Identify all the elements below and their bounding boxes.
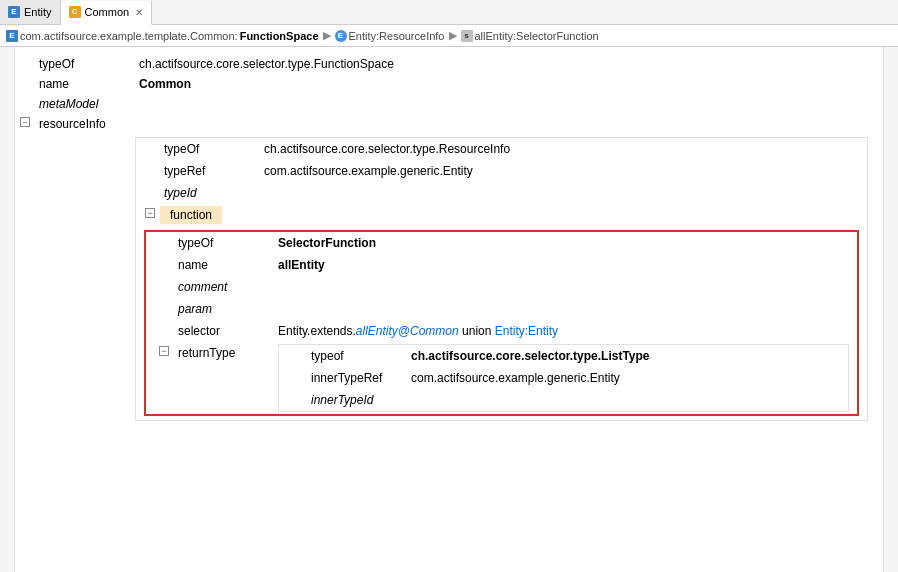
rt-prop-innertyperef: innerTypeRef com.actifsource.example.gen… — [279, 367, 848, 389]
collapse-icon-resourceinfo[interactable]: − — [20, 117, 30, 127]
close-icon[interactable]: ✕ — [135, 7, 143, 18]
fn-value-param — [274, 300, 849, 304]
ri-prop-typeref: typeRef com.actifsource.example.generic.… — [136, 160, 867, 182]
ri-key-typeof: typeOf — [160, 140, 260, 158]
tab-bar: E Entity C Common ✕ — [0, 0, 898, 25]
breadcrumb-main-icon: E — [6, 30, 18, 42]
breadcrumb-sep-1: ▶ — [323, 29, 331, 42]
editor-area: typeOf ch.actifsource.core.selector.type… — [15, 47, 883, 572]
ri-value-typeref: com.actifsource.example.generic.Entity — [260, 162, 863, 180]
fn-key-comment: comment — [174, 278, 274, 296]
breadcrumb-bold: FunctionSpace — [240, 30, 319, 42]
expand-function[interactable]: − — [140, 206, 160, 218]
expand-resourceinfo[interactable]: − — [15, 115, 35, 127]
key-resourceinfo: resourceInfo — [35, 115, 135, 133]
collapse-icon-returntype[interactable]: − — [159, 346, 169, 356]
scrollbar-left[interactable] — [0, 47, 15, 572]
ri-prop-function: − function — [136, 204, 867, 226]
nested-resourceinfo-block: typeOf ch.actifsource.core.selector.type… — [135, 137, 868, 421]
prop-row-resourceinfo: − resourceInfo — [15, 115, 883, 135]
fn-value-name: allEntity — [274, 256, 849, 274]
breadcrumb: E com.actifsource.example.template.Commo… — [0, 25, 898, 47]
rt-prop-innertypeid: innerTypeId — [279, 389, 848, 411]
fn-key-selector: selector — [174, 322, 274, 340]
prop-row-metamodel: metaModel — [15, 95, 883, 115]
breadcrumb-prefix: com.actifsource.example.template.Common: — [20, 30, 238, 42]
fn-prop-name: name allEntity — [146, 254, 857, 276]
selector-text: Entity.extends. — [278, 324, 356, 338]
ri-prop-typeof: typeOf ch.actifsource.core.selector.type… — [136, 138, 867, 160]
key-metamodel: metaModel — [35, 95, 135, 113]
breadcrumb-entity-icon: E — [335, 30, 347, 42]
breadcrumb-part2: allEntity:SelectorFunction — [475, 30, 599, 42]
fn-key-param: param — [174, 300, 274, 318]
main-content: typeOf ch.actifsource.core.selector.type… — [0, 47, 898, 572]
common-tab-label: Common — [85, 6, 130, 18]
value-metamodel — [135, 95, 883, 99]
fn-prop-typeof: typeOf SelectorFunction — [146, 232, 857, 254]
fn-value-comment — [274, 278, 849, 282]
fn-key-typeof: typeOf — [174, 234, 274, 252]
ri-value-typeof: ch.actifsource.core.selector.type.Resour… — [260, 140, 863, 158]
tab-entity[interactable]: E Entity — [0, 0, 61, 24]
selector-link1[interactable]: allEntity@Common — [356, 324, 459, 338]
key-name: name — [35, 75, 135, 93]
breadcrumb-sep-2: ▶ — [449, 29, 457, 42]
fn-prop-param: param — [146, 298, 857, 320]
nested-returntype-block: typeof ch.actifsource.core.selector.type… — [278, 344, 849, 412]
prop-row-typeof: typeOf ch.actifsource.core.selector.type… — [15, 55, 883, 75]
fn-prop-comment: comment — [146, 276, 857, 298]
expand-returntype[interactable]: − — [154, 344, 174, 356]
ri-prop-typeid: typeId — [136, 182, 867, 204]
value-typeof: ch.actifsource.core.selector.type.Functi… — [135, 55, 883, 73]
rt-prop-typeof: typeof ch.actifsource.core.selector.type… — [279, 345, 848, 367]
rt-value-innertypeid — [407, 391, 840, 395]
rt-value-innertyperef: com.actifsource.example.generic.Entity — [407, 369, 840, 387]
ri-key-typeid: typeId — [160, 184, 260, 202]
fn-value-selector: Entity.extends.allEntity@Common union En… — [274, 322, 849, 340]
selector-link2[interactable]: Entity:Entity — [495, 324, 558, 338]
fn-prop-selector: selector Entity.extends.allEntity@Common… — [146, 320, 857, 342]
tab-common[interactable]: C Common ✕ — [61, 1, 153, 25]
entity-tab-icon: E — [8, 6, 20, 18]
breadcrumb-part1: Entity:ResourceInfo — [349, 30, 445, 42]
rt-value-typeof: ch.actifsource.core.selector.type.ListTy… — [407, 347, 840, 365]
key-typeof: typeOf — [35, 55, 135, 73]
rt-key-innertyperef: innerTypeRef — [307, 369, 407, 387]
fn-value-typeof: SelectorFunction — [274, 234, 849, 252]
common-tab-icon: C — [69, 6, 81, 18]
rt-key-typeof: typeof — [307, 347, 407, 365]
rt-key-innertypeid: innerTypeId — [307, 391, 407, 409]
fn-prop-returntype: − returnType typeof ch.actifsource.core.… — [146, 342, 857, 414]
fn-key-name: name — [174, 256, 274, 274]
nested-function-block: typeOf SelectorFunction name allEntity c… — [144, 230, 859, 416]
fn-key-returntype: returnType — [174, 344, 274, 362]
ri-key-typeref: typeRef — [160, 162, 260, 180]
prop-row-name: name Common — [15, 75, 883, 95]
value-name: Common — [135, 75, 883, 93]
entity-tab-label: Entity — [24, 6, 52, 18]
scrollbar-right[interactable] — [883, 47, 898, 572]
collapse-icon-function[interactable]: − — [145, 208, 155, 218]
function-label: function — [160, 206, 222, 224]
selector-middle: union — [459, 324, 495, 338]
ri-value-typeid — [260, 184, 863, 188]
breadcrumb-s-icon: s — [461, 30, 473, 42]
